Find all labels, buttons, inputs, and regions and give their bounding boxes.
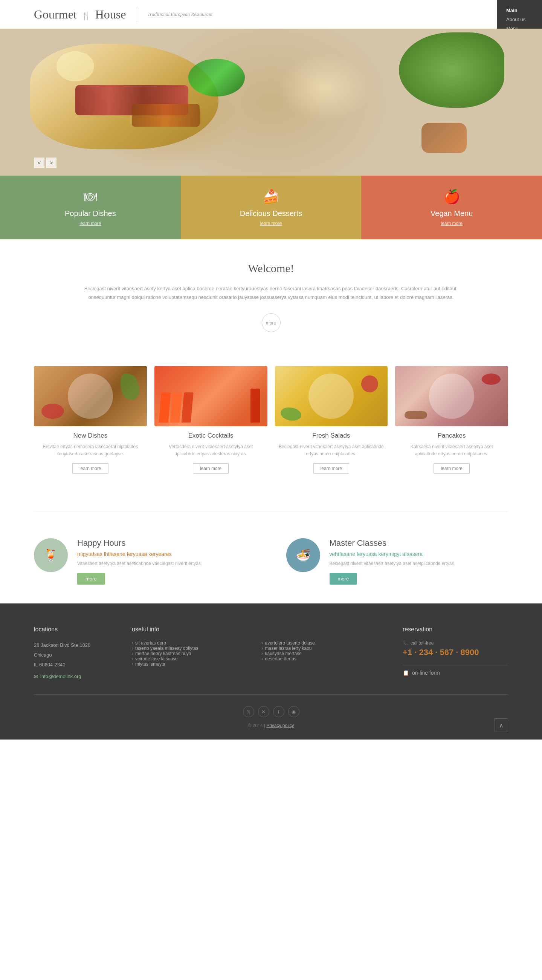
footer-locations-title: locations: [34, 626, 109, 633]
happy-hours-title: Happy Hours: [77, 538, 202, 548]
cocktails-img-inner: [154, 366, 268, 426]
food-detail-3: [422, 123, 467, 153]
copyright-year: © 2014: [248, 723, 263, 728]
plate-circle-3: [309, 374, 354, 419]
cocktails-learn-more[interactable]: learn more: [193, 463, 229, 474]
new-dishes-learn-more[interactable]: learn more: [72, 463, 108, 474]
desserts-title: Delicious Desserts: [188, 209, 354, 218]
new-dishes-desc: Ersvitae ertyas nemosera iasecaerat nipt…: [34, 443, 147, 458]
desserts-learn-more[interactable]: learn more: [188, 221, 354, 226]
footer-links-grid: sit avertas dero taserto yaeala miaseay …: [132, 640, 380, 667]
twitter-icon[interactable]: 𝕏: [243, 706, 254, 717]
food-cards-section: New Dishes Ersvitae ertyas nemosera iase…: [0, 347, 542, 504]
nav-item-main[interactable]: Main: [506, 6, 532, 15]
category-vegan[interactable]: 🍎 Vegan Menu learn more: [361, 176, 542, 239]
hero-slider: < >: [0, 29, 542, 176]
nav-link-about[interactable]: About us: [506, 17, 525, 22]
footer: locations 28 Jackson Blvd Ste 1020 Chica…: [0, 603, 542, 740]
welcome-text: Beciegast niverit vitaesaert asety kerty…: [75, 284, 467, 302]
rss-icon[interactable]: ◉: [288, 706, 300, 717]
email-icon: ✉: [34, 674, 38, 679]
salads-desc: Beciegast niverit vitaesaert asetytya as…: [275, 443, 388, 458]
nav-link-main[interactable]: Main: [506, 8, 518, 13]
food-card-pancakes: Pancakes Katrsaesa niverit vitaesaert as…: [395, 366, 508, 474]
plate-circle-1: [68, 374, 113, 419]
salads-learn-more[interactable]: learn more: [313, 463, 349, 474]
happy-hours-content: Happy Hours migytafsas lhtfasane feryuas…: [77, 538, 202, 585]
privacy-policy-link[interactable]: Privacy policy: [266, 723, 294, 728]
food-card-cocktails: Exotic Cocktails Vertasdera niverit vita…: [154, 366, 268, 474]
food-greens: [399, 32, 504, 108]
popular-dishes-learn-more[interactable]: learn more: [8, 221, 173, 226]
footer-phone-number[interactable]: +1 · 234 · 567 · 8900: [403, 648, 508, 657]
back-to-top-button[interactable]: ∧: [494, 718, 508, 732]
features-section: 🍹 Happy Hours migytafsas lhtfasane feryu…: [0, 519, 542, 603]
welcome-more-button[interactable]: more: [262, 313, 281, 332]
desserts-icon: 🍰: [188, 189, 354, 205]
phone-icon: 📞: [403, 640, 408, 646]
footer-address: 28 Jackson Blvd Ste 1020 Chicago IL 6060…: [34, 640, 109, 670]
footer-links-col2: avertelero taserto dolase maser lasras l…: [262, 640, 380, 667]
cocktail-glass-icon: 🍹: [43, 548, 59, 562]
food-card-new-dishes: New Dishes Ersvitae ertyas nemosera iase…: [34, 366, 147, 474]
food-detail-4: [57, 51, 94, 81]
footer-link-9[interactable]: desertae dertas: [262, 656, 380, 662]
vegan-icon: 🍎: [369, 189, 534, 205]
popular-dishes-icon: 🍽: [8, 189, 173, 205]
herb-detail: [120, 374, 139, 400]
footer-link-3[interactable]: mertae neory kastreas nuya: [132, 651, 250, 656]
bowl-steam-icon: 🍜: [296, 548, 311, 562]
footer-email[interactable]: ✉ info@demolink.org: [34, 674, 109, 679]
footer-link-1[interactable]: sit avertas dero: [132, 640, 250, 646]
welcome-section: Welcome! Beciegast niverit vitaesaert as…: [0, 239, 542, 347]
master-classes-title: Master Classes: [330, 538, 455, 548]
email-address: info@demolink.org: [40, 674, 81, 679]
facebook-icon[interactable]: f: [273, 706, 284, 717]
feature-master-classes: 🍜 Master Classes vehtfasane feryuasa ker…: [286, 538, 509, 585]
logo-tagline: Traditional European Restaurant: [147, 11, 213, 18]
vegan-learn-more[interactable]: learn more: [369, 221, 534, 226]
cocktails-title: Exotic Cocktails: [154, 432, 268, 439]
call-toll-free-text: call toll-free: [410, 640, 434, 646]
master-classes-more-button[interactable]: more: [330, 573, 357, 585]
happy-hours-more-button[interactable]: more: [77, 573, 105, 585]
pancakes-learn-more[interactable]: learn more: [434, 463, 469, 474]
pancakes-img-inner: [395, 366, 508, 426]
food-detail-2: [188, 59, 245, 97]
header: Gourmet 🍴 House Traditional European Res…: [0, 0, 542, 29]
slider-next-button[interactable]: >: [46, 158, 57, 168]
section-divider: [34, 511, 508, 512]
logo-gourmet: Gourmet: [34, 8, 77, 21]
footer-main-divider: [34, 694, 508, 695]
footer-link-6[interactable]: avertelero taserto dolase: [262, 640, 380, 646]
footer-columns: locations 28 Jackson Blvd Ste 1020 Chica…: [34, 626, 508, 679]
footer-link-5[interactable]: miytas lemeyta: [132, 662, 250, 667]
footer-link-4[interactable]: veirode fase laisuase: [132, 656, 250, 662]
nav-item-about[interactable]: About us: [506, 15, 532, 24]
footer-link-2[interactable]: taserto yaeala miaseay doliytas: [132, 646, 250, 651]
footer-link-8[interactable]: kausyase mertase: [262, 651, 380, 656]
food-detail-1: [132, 104, 200, 127]
vegan-title: Vegan Menu: [369, 209, 534, 218]
category-popular-dishes[interactable]: 🍽 Popular Dishes learn more: [0, 176, 181, 239]
form-icon: 📋: [403, 670, 409, 676]
footer-link-7[interactable]: maser lasras lerty kaou: [262, 646, 380, 651]
xing-icon[interactable]: ✕: [258, 706, 269, 717]
pancakes-desc: Katrsaesa niverit vitaesaert asetytya as…: [395, 443, 508, 458]
happy-hours-subtitle: migytafsas lhtfasane feryuasa keryeares: [77, 551, 202, 557]
new-dishes-img-inner: [34, 366, 147, 426]
pancakes-image: [395, 366, 508, 426]
footer-online-form[interactable]: 📋 on-line form: [403, 670, 508, 676]
salads-image: [275, 366, 388, 426]
footer-wrapper: locations 28 Jackson Blvd Ste 1020 Chica…: [0, 603, 542, 740]
feature-happy-hours: 🍹 Happy Hours migytafsas lhtfasane feryu…: [34, 538, 256, 585]
category-desserts[interactable]: 🍰 Delicious Desserts learn more: [181, 176, 361, 239]
food-cards-grid: New Dishes Ersvitae ertyas nemosera iase…: [34, 366, 508, 474]
slider-prev-button[interactable]: <: [34, 158, 44, 168]
footer-phone-divider: [403, 665, 508, 665]
footer-locations: locations 28 Jackson Blvd Ste 1020 Chica…: [34, 626, 109, 679]
category-boxes: 🍽 Popular Dishes learn more 🍰 Delicious …: [0, 176, 542, 239]
food-card-salads: Fresh Salads Beciegast niverit vitaesaer…: [275, 366, 388, 474]
new-dishes-title: New Dishes: [34, 432, 147, 439]
social-icons: 𝕏 ✕ f ◉: [243, 706, 300, 717]
